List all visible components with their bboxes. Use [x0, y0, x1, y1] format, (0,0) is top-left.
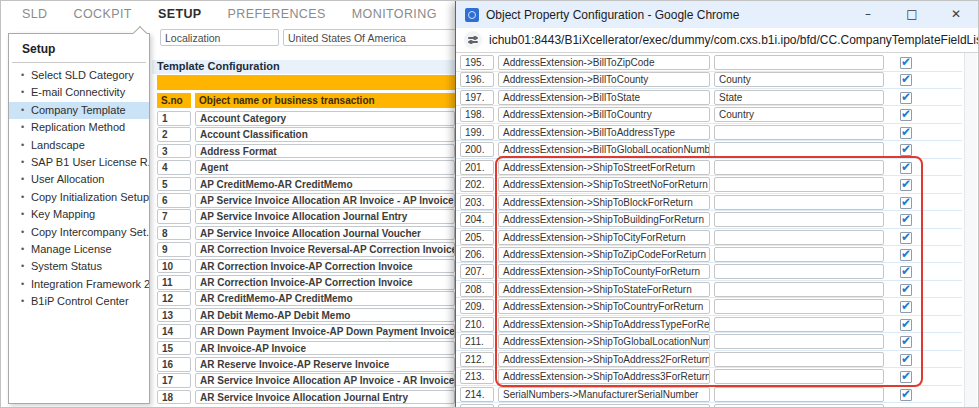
- sidebar-item-copy-initialization-setup[interactable]: •Copy Initialization Setup: [9, 189, 149, 206]
- property-field-desc[interactable]: [714, 247, 884, 262]
- property-enabled-checkbox[interactable]: ✔: [900, 266, 912, 278]
- sidebar-item-landscape[interactable]: •Landscape: [9, 137, 149, 154]
- property-enabled-checkbox[interactable]: ✔: [900, 301, 912, 313]
- property-enabled-checkbox[interactable]: ✔: [900, 389, 912, 401]
- property-field-name[interactable]: AddressExtension->ShipToAddress2ForRetur…: [498, 352, 710, 367]
- template-row-name[interactable]: AR Debit Memo-AP Debit Memo: [195, 308, 455, 323]
- template-row-name[interactable]: AP Service Invoice Allocation Journal En…: [195, 209, 455, 224]
- property-field-desc[interactable]: [714, 125, 884, 140]
- property-field-desc[interactable]: County: [714, 72, 884, 87]
- property-field-name[interactable]: AddressExtension->BillToCountry: [498, 107, 710, 122]
- property-enabled-checkbox[interactable]: ✔: [900, 354, 912, 366]
- property-enabled-checkbox[interactable]: ✔: [900, 249, 912, 261]
- property-enabled-checkbox[interactable]: ✔: [900, 179, 912, 191]
- property-field-desc[interactable]: Country: [714, 107, 884, 122]
- property-field-name[interactable]: AddressExtension->ShipToStateForReturn: [498, 282, 710, 297]
- property-field-name[interactable]: AddressExtension->ShipToBuildingForRetur…: [498, 212, 710, 227]
- template-row-name[interactable]: AP CreditMemo-AR CreditMemo: [195, 177, 455, 192]
- sidebar-item-user-allocation[interactable]: •User Allocation: [9, 171, 149, 188]
- nav-item-setup[interactable]: SETUP: [158, 7, 202, 21]
- property-enabled-checkbox[interactable]: ✔: [900, 74, 912, 86]
- property-enabled-checkbox[interactable]: ✔: [900, 232, 912, 244]
- template-row-name[interactable]: Account Category: [195, 111, 455, 126]
- template-row-name[interactable]: Address Format: [195, 144, 455, 159]
- window-titlebar[interactable]: Object Property Configuration - Google C…: [456, 1, 978, 28]
- template-row-name[interactable]: AP Service Invoice Allocation Journal Vo…: [195, 226, 455, 241]
- property-field-name[interactable]: AddressExtension->ShipToGlobalLocationNu…: [498, 334, 710, 349]
- template-row-name[interactable]: AR Service Invoice Allocation AP Invoice…: [195, 373, 455, 388]
- property-enabled-checkbox[interactable]: ✔: [900, 197, 912, 209]
- property-field-desc[interactable]: State: [714, 90, 884, 105]
- property-enabled-checkbox[interactable]: ✔: [900, 284, 912, 296]
- property-field-name[interactable]: AddressExtension->ShipToAddress3ForRetur…: [498, 369, 710, 384]
- template-row-name[interactable]: AR CreditMemo-AP CreditMemo: [195, 291, 455, 306]
- localization-value-field[interactable]: United States Of America: [283, 29, 472, 46]
- property-field-name[interactable]: AddressExtension->ShipToCountryForReturn: [498, 299, 710, 314]
- sidebar-item-select-sld-category[interactable]: •Select SLD Category: [9, 67, 149, 84]
- template-row-name[interactable]: Agent: [195, 160, 455, 175]
- property-field-desc[interactable]: [714, 387, 884, 402]
- minimize-button[interactable]: –: [846, 1, 890, 28]
- template-row-name[interactable]: AR Correction Invoice-AP Correction Invo…: [195, 259, 455, 274]
- property-field-desc[interactable]: [714, 55, 884, 70]
- sidebar-item-key-mapping[interactable]: •Key Mapping: [9, 206, 149, 223]
- property-field-desc[interactable]: [714, 177, 884, 192]
- sidebar-item-manage-license[interactable]: •Manage License: [9, 241, 149, 258]
- sidebar-item-b1ip-control-center[interactable]: •B1iP Control Center: [9, 293, 149, 310]
- property-enabled-checkbox[interactable]: ✔: [900, 109, 912, 121]
- property-field-desc[interactable]: [714, 160, 884, 175]
- property-field-name[interactable]: AddressExtension->BillToAddressType: [498, 125, 710, 140]
- template-row-name[interactable]: AR Reserve Invoice-AP Reserve Invoice: [195, 357, 455, 372]
- property-field-desc[interactable]: [714, 195, 884, 210]
- site-settings-icon[interactable]: [464, 31, 482, 49]
- property-field-desc[interactable]: [714, 317, 884, 332]
- sidebar-item-replication-method[interactable]: •Replication Method: [9, 119, 149, 136]
- property-enabled-checkbox[interactable]: ✔: [900, 57, 912, 69]
- sidebar-item-system-status[interactable]: •System Status: [9, 258, 149, 275]
- property-field-desc[interactable]: [714, 230, 884, 245]
- property-field-name[interactable]: AddressExtension->ShipToCityForReturn: [498, 230, 710, 245]
- nav-item-preferences[interactable]: PREFERENCES: [228, 7, 326, 21]
- property-enabled-checkbox[interactable]: ✔: [900, 319, 912, 331]
- template-row-name[interactable]: AR Invoice-AP Invoice: [195, 341, 455, 356]
- property-enabled-checkbox[interactable]: ✔: [900, 162, 912, 174]
- property-enabled-checkbox[interactable]: ✔: [900, 214, 912, 226]
- sidebar-item-sap-b1-user-license-r-[interactable]: •SAP B1 User License R...: [9, 154, 149, 171]
- template-row-name[interactable]: Account Classification: [195, 127, 455, 142]
- property-enabled-checkbox[interactable]: ✔: [900, 127, 912, 139]
- sidebar-item-e-mail-connectivity[interactable]: •E-mail Connectivity: [9, 84, 149, 101]
- property-field-desc[interactable]: [714, 299, 884, 314]
- property-field-desc[interactable]: [714, 264, 884, 279]
- maximize-button[interactable]: □: [890, 1, 934, 28]
- sidebar-item-integration-framework-2-0[interactable]: •Integration Framework 2.0: [9, 276, 149, 293]
- property-field-desc[interactable]: [714, 369, 884, 384]
- nav-item-monitoring[interactable]: MONITORING: [352, 7, 437, 21]
- property-field-name[interactable]: AddressExtension->ShipToAddressTypeForRe…: [498, 317, 710, 332]
- property-field-desc[interactable]: [714, 334, 884, 349]
- property-field-desc[interactable]: [714, 282, 884, 297]
- nav-item-sld[interactable]: SLD: [22, 7, 48, 21]
- sidebar-item-copy-intercompany-set-[interactable]: •Copy Intercompany Set...: [9, 224, 149, 241]
- address-bar[interactable]: ichub01:8443/B1iXcellerator/exec/dummy/c…: [456, 28, 978, 53]
- property-field-name[interactable]: AddressExtension->BillToState: [498, 90, 710, 105]
- property-field-name[interactable]: [498, 404, 710, 408]
- template-row-name[interactable]: AR Correction Invoice Reversal-AP Correc…: [195, 242, 455, 257]
- close-button[interactable]: ✕: [934, 1, 978, 28]
- property-field-name[interactable]: AddressExtension->BillToGlobalLocationNu…: [498, 142, 710, 157]
- property-field-name[interactable]: AddressExtension->ShipToBlockForReturn: [498, 195, 710, 210]
- property-enabled-checkbox[interactable]: ✔: [900, 92, 912, 104]
- template-row-name[interactable]: AR Down Payment Invoice-AP Down Payment …: [195, 324, 455, 339]
- property-field-name[interactable]: AddressExtension->ShipToStreetNoForRetur…: [498, 177, 710, 192]
- property-field-name[interactable]: AddressExtension->ShipToStreetForReturn: [498, 160, 710, 175]
- property-field-desc[interactable]: [714, 352, 884, 367]
- template-row-name[interactable]: AP Service Invoice Allocation AR Invoice…: [195, 193, 455, 208]
- url-text[interactable]: ichub01:8443/B1iXcellerator/exec/dummy/c…: [489, 33, 978, 47]
- property-enabled-checkbox[interactable]: ✔: [900, 371, 912, 383]
- nav-item-cockpit[interactable]: COCKPIT: [74, 7, 132, 21]
- property-enabled-checkbox[interactable]: ✔: [900, 336, 912, 348]
- property-field-name[interactable]: AddressExtension->ShipToCountyForReturn: [498, 264, 710, 279]
- property-enabled-checkbox[interactable]: ✔: [900, 144, 912, 156]
- property-field-name[interactable]: AddressExtension->BillToCounty: [498, 72, 710, 87]
- property-field-desc[interactable]: [714, 404, 884, 408]
- sidebar-item-company-template[interactable]: •Company Template: [9, 102, 149, 119]
